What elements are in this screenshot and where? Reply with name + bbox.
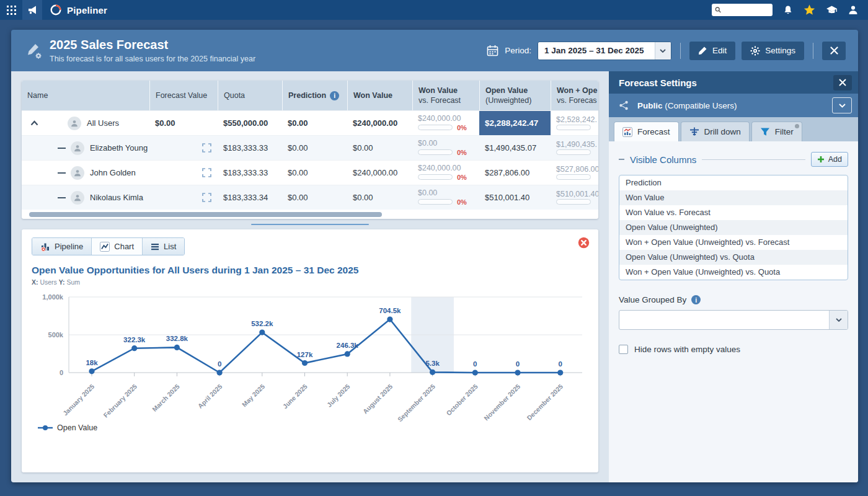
section-dash xyxy=(619,159,624,160)
value-grouped-by-select[interactable] xyxy=(619,310,848,330)
svg-text:532.2k: 532.2k xyxy=(251,320,273,327)
table-row-john-golden[interactable]: John Golden $183,333.33 $0.00 $240,000.0… xyxy=(22,160,598,185)
collapse-chevron-up-icon[interactable] xyxy=(30,120,38,126)
won-vs-forecast-cell: $0.00 0% xyxy=(412,136,479,160)
table-row-elizabeth-young[interactable]: Elizabeth Young $183,333.33 $0.00 $0.00 … xyxy=(22,135,598,160)
column-header-forecast-value[interactable]: Forecast Value xyxy=(149,81,218,110)
add-column-button[interactable]: Add xyxy=(811,152,848,167)
close-forecast-button[interactable] xyxy=(822,42,846,60)
column-header-open-value[interactable]: Open Value(Unweighted) xyxy=(479,81,551,110)
list-item[interactable]: Open Value (Unweighted) xyxy=(619,220,848,235)
brand[interactable]: Pipeliner xyxy=(50,4,107,16)
expand-brackets-icon[interactable] xyxy=(202,143,211,153)
divider xyxy=(813,43,813,59)
column-header-won-plus-open[interactable]: Won + Opevs. Forecas xyxy=(551,81,598,110)
top-navbar: Pipeliner xyxy=(0,0,868,20)
column-header-name[interactable]: Name xyxy=(22,81,149,110)
open-value-cell-selected[interactable]: $2,288,242.47 xyxy=(479,111,551,135)
row-name: All Users xyxy=(87,118,119,128)
tab-chart[interactable]: Chart xyxy=(91,238,142,255)
prediction-cell: $0.00 xyxy=(282,111,347,135)
visibility-dropdown-button[interactable] xyxy=(832,97,852,113)
info-icon[interactable] xyxy=(330,91,339,100)
list-item[interactable]: Open Value (Unweighted) vs. Quota xyxy=(619,250,848,265)
tab-drill-down[interactable]: Drill down xyxy=(681,122,750,141)
forecast-chart-icon xyxy=(622,127,632,137)
announcements-button[interactable] xyxy=(22,0,42,20)
avatar xyxy=(71,141,84,155)
leaf-row-dash-icon xyxy=(58,172,66,174)
expand-brackets-icon[interactable] xyxy=(202,193,211,202)
settings-button[interactable]: Settings xyxy=(742,42,804,60)
close-chart-button[interactable] xyxy=(578,237,590,249)
avatar xyxy=(71,166,84,180)
horizontal-scrollbar[interactable] xyxy=(22,210,598,219)
academy-cap-icon[interactable] xyxy=(826,5,838,16)
tab-forecast-label: Forecast xyxy=(637,127,670,136)
progress-bar xyxy=(556,199,591,205)
svg-text:May 2025: May 2025 xyxy=(241,383,267,409)
notifications-bell-icon[interactable] xyxy=(783,5,793,16)
list-item[interactable]: Prediction xyxy=(619,175,848,190)
hide-empty-checkbox[interactable] xyxy=(619,345,628,354)
panel-splitter[interactable] xyxy=(22,219,598,229)
row-name: Elizabeth Young xyxy=(90,143,148,153)
tab-pipeline-label: Pipeline xyxy=(55,242,83,251)
tab-drill-down-label: Drill down xyxy=(704,127,741,136)
search-input[interactable] xyxy=(722,6,770,14)
tab-list[interactable]: List xyxy=(142,238,184,255)
tab-filter[interactable]: Filter xyxy=(751,122,802,141)
table-row-all-users[interactable]: All Users $0.00 $550,000.00 $0.00 $240,0… xyxy=(22,110,598,135)
svg-text:0: 0 xyxy=(473,360,477,368)
won-vs-forecast-cell: $240,000.00 0% xyxy=(412,161,479,185)
column-header-won-value[interactable]: Won Value xyxy=(347,81,412,110)
svg-text:August 2025: August 2025 xyxy=(361,383,394,415)
svg-text:0: 0 xyxy=(516,360,520,368)
chart-panel: Pipeline Chart List Open Value Opportuni… xyxy=(22,229,598,472)
progress-bar xyxy=(556,125,591,130)
svg-text:0: 0 xyxy=(60,369,63,376)
quota-cell: $183,333.33 xyxy=(218,161,282,185)
tab-pipeline[interactable]: Pipeline xyxy=(32,238,91,255)
chart-axis-note: X: Users Y: Sum xyxy=(32,278,588,286)
period-label: Period: xyxy=(505,46,531,55)
scrollbar-thumb[interactable] xyxy=(29,212,382,217)
svg-text:500k: 500k xyxy=(48,331,64,339)
leaf-row-dash-icon xyxy=(58,197,66,198)
won-vs-forecast-cell: $240,000.00 0% xyxy=(412,111,479,135)
expand-brackets-icon[interactable] xyxy=(202,168,211,177)
list-item[interactable]: Won Value vs. Forecast xyxy=(619,205,848,220)
tab-chart-label: Chart xyxy=(114,242,134,251)
svg-text:March 2025: March 2025 xyxy=(151,383,181,413)
quota-cell: $183,333.34 xyxy=(218,185,282,210)
won-plus-open-cell: $1,490,435. xyxy=(551,136,598,160)
avatar xyxy=(68,117,81,130)
edit-button[interactable]: Edit xyxy=(689,42,735,60)
period-select[interactable]: 1 Jan 2025 – 31 Dec 2025 xyxy=(538,42,671,60)
forecast-content: Name Forecast Value Quota Prediction Won… xyxy=(11,71,609,482)
chart-legend: Open Value xyxy=(32,423,588,432)
list-item[interactable]: Won + Open Value (Unweighted) vs. Quota xyxy=(619,265,848,280)
svg-text:704.5k: 704.5k xyxy=(379,307,401,314)
list-item[interactable]: Won Value xyxy=(619,190,848,205)
plus-icon xyxy=(817,156,825,163)
close-settings-button[interactable] xyxy=(833,75,852,91)
progress-bar xyxy=(418,174,453,180)
chevron-down-icon xyxy=(829,311,848,329)
tab-forecast[interactable]: Forecast xyxy=(614,122,679,141)
list-item[interactable]: Won + Open Value (Unweighted) vs. Foreca… xyxy=(619,235,848,250)
brand-name: Pipeliner xyxy=(67,5,107,16)
won-value-cell: $240,000.00 xyxy=(347,111,412,135)
apps-menu-button[interactable] xyxy=(0,0,22,20)
user-profile-icon[interactable] xyxy=(848,5,858,15)
splitter-handle[interactable] xyxy=(251,224,369,225)
section-rule xyxy=(702,159,805,160)
column-header-won-vs-forecast[interactable]: Won Valuevs. Forecast xyxy=(412,81,479,110)
column-header-prediction[interactable]: Prediction xyxy=(282,81,347,110)
open-value-line-chart: 0500k1,000kJanuary 2025February 2025Marc… xyxy=(32,292,593,423)
table-row-nikolaus-kimla[interactable]: Nikolaus Kimla $183,333.34 $0.00 $0.00 $… xyxy=(22,185,598,210)
info-icon[interactable] xyxy=(691,295,701,304)
column-header-quota[interactable]: Quota xyxy=(218,81,282,110)
favorites-star-icon[interactable] xyxy=(804,4,815,16)
global-search[interactable] xyxy=(712,4,773,16)
